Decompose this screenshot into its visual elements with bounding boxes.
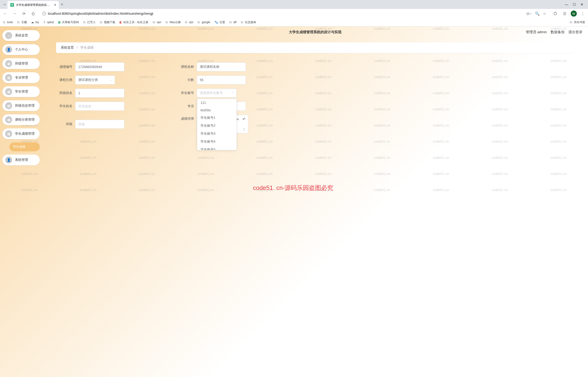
bookmark-item[interactable]: 🐾百度 xyxy=(215,20,225,24)
data-backup-link[interactable]: 数据备份 xyxy=(551,30,565,34)
sidebar-item-label: 学生成绩管理 xyxy=(15,132,34,136)
forward-button[interactable]: → xyxy=(11,10,18,17)
back-button[interactable]: ← xyxy=(2,10,8,17)
dropdown-option[interactable]: 学生账号1 xyxy=(197,114,237,122)
field-label: 专业 xyxy=(178,104,194,108)
app-header: 大学生成绩管理系统的设计与实现 管理员 admin 数据备份 退出登录 xyxy=(42,26,588,38)
field-grade-id: 成绩编号 xyxy=(56,62,164,71)
student-account-select[interactable]: 请选择学生账号 ⌃ 111 testStu 学生账号1 学生账号2 学生账号3 … xyxy=(197,89,237,97)
sidebar-item-class-info[interactable]: ▦班级信息管理 xyxy=(2,100,40,111)
favicon: V xyxy=(10,3,14,7)
class-rank-input[interactable] xyxy=(75,89,124,97)
sidebar-item-profile[interactable]: 👤个人中心 xyxy=(2,44,40,55)
grid-icon: ▦ xyxy=(5,116,12,123)
grade-id-input[interactable] xyxy=(75,62,124,71)
folder-icon: 🗀 xyxy=(229,21,232,24)
student-name-input[interactable] xyxy=(75,102,124,111)
tab-bar: V 大学生成绩管理系统的设计与实 × + — ☐ ✕ xyxy=(0,0,588,9)
field-student-account: 学生账号 请选择学生账号 ⌃ 111 testStu 学生账号1 学生账号2 学… xyxy=(178,89,285,97)
password-icon[interactable]: ⊙┄ xyxy=(526,12,532,16)
sidebar-item-system[interactable]: 👤系统管理 xyxy=(2,154,40,165)
bookmark-item[interactable]: ◧站长工具 - 站长之家 xyxy=(119,20,148,24)
bookmark-item[interactable]: 🗀vpn xyxy=(153,21,161,24)
dropdown-option[interactable]: 学生账号5 xyxy=(197,146,237,150)
zoom-icon[interactable]: 🔍 xyxy=(535,12,540,16)
field-label: 班级排名 xyxy=(56,91,72,95)
bookmark-item[interactable]: 🗀社交媒体 xyxy=(241,20,256,24)
tab-title: 大学生成绩管理系统的设计与实 xyxy=(16,3,52,7)
main-area: 大学生成绩管理系统的设计与实现 管理员 admin 数据备份 退出登录 系统首页… xyxy=(42,26,588,377)
admin-label[interactable]: 管理员 admin xyxy=(526,30,547,34)
reload-button[interactable]: ⟳ xyxy=(21,10,27,17)
field-label: 学生账号 xyxy=(178,91,194,95)
folder-icon: 🗀 xyxy=(570,21,573,24)
sidebar-item-home[interactable]: ⌂系统首页 xyxy=(2,30,40,41)
score-input[interactable] xyxy=(197,76,246,84)
chevron-down-icon: ⌄ xyxy=(110,78,112,82)
field-label: 班级 xyxy=(56,122,72,126)
maximize-icon[interactable]: ☐ xyxy=(573,3,576,6)
tab-close-icon[interactable]: × xyxy=(54,3,56,7)
field-label: 课程名称 xyxy=(178,65,194,69)
field-label: 学生姓名 xyxy=(56,104,72,108)
bookmark-item[interactable]: 🗀Max云梯 xyxy=(165,20,181,24)
superscript-button[interactable]: x² xyxy=(242,117,246,121)
menu-icon[interactable]: ⋮ xyxy=(580,10,586,17)
sidebar-item-grade-mgmt[interactable]: ▦学生成绩管理 xyxy=(2,128,40,139)
folder-icon: 🗀 xyxy=(100,21,102,24)
all-bookmarks[interactable]: 🗀所有书签 xyxy=(570,20,585,24)
sidebar-item-major-mgmt[interactable]: ▦专业管理 xyxy=(2,72,40,83)
grid-icon: ▦ xyxy=(5,102,12,109)
field-label: 课程分类 xyxy=(56,78,72,82)
bookmark-item[interactable]: 🗀vps xyxy=(185,21,193,24)
new-tab-button[interactable]: + xyxy=(61,2,63,7)
folder-icon: 🗀 xyxy=(83,21,86,24)
sheet-icon: ▦ xyxy=(58,21,60,24)
bookmark-item[interactable]: 🗀google xyxy=(197,21,210,24)
dropdown-option[interactable]: testStu xyxy=(197,106,237,114)
dropdown-option[interactable]: 学生账号2 xyxy=(197,122,237,130)
site-info-icon[interactable]: i xyxy=(42,12,46,15)
folder-icon: 🗀 xyxy=(3,21,6,24)
home-button[interactable] xyxy=(30,10,36,17)
breadcrumb-separator: / xyxy=(77,46,78,49)
reading-list-icon[interactable]: ☰ xyxy=(561,10,568,17)
bookmark-item[interactable]: ⇧uplod xyxy=(43,21,54,24)
more-icon[interactable]: ⋮ xyxy=(242,128,246,131)
sidebar-item-class-mgmt[interactable]: ▦班级管理 xyxy=(2,58,40,69)
tabs-dropdown[interactable] xyxy=(2,2,8,7)
sidebar-item-label: 班级信息管理 xyxy=(15,104,34,108)
dropdown-option[interactable]: 学生账号4 xyxy=(197,138,237,146)
dropdown-option[interactable]: 学生账号3 xyxy=(197,130,237,138)
close-window-icon[interactable]: ✕ xyxy=(580,3,583,6)
field-student-name: 学生姓名 xyxy=(56,102,164,111)
bookmark-item[interactable]: 🗀tools xyxy=(3,21,13,24)
minimize-icon[interactable]: — xyxy=(565,3,568,6)
content: 系统首页 / 学生成绩 成绩编号 课程名称 课程分类 测试课程分类 ⌄ xyxy=(42,38,588,138)
logout-link[interactable]: 退出登录 xyxy=(568,30,582,34)
window-controls: — ☐ ✕ xyxy=(565,3,586,6)
course-name-input[interactable] xyxy=(197,62,246,71)
bookmark-item[interactable]: 🗀宝藏 xyxy=(17,20,27,24)
bookmark-item[interactable]: ▦共享账号密码 xyxy=(58,20,79,24)
sidebar-subitem-grades[interactable]: 学生成绩 xyxy=(9,142,40,151)
bookmark-item[interactable]: ☁txy xyxy=(31,21,39,24)
dropdown-option[interactable]: 111 xyxy=(197,99,237,106)
sidebar-item-course-cat[interactable]: ▦课程分类管理 xyxy=(2,114,40,125)
class-input[interactable] xyxy=(75,120,124,129)
sidebar-item-label: 班级管理 xyxy=(15,61,28,66)
sidebar-item-label: 个人中心 xyxy=(15,47,28,52)
bookmark-item[interactable]: 🗀已导入 xyxy=(83,20,96,24)
bookmark-item[interactable]: 🗀aff xyxy=(229,21,237,24)
sidebar-item-student-mgmt[interactable]: ▦学生管理 xyxy=(2,86,40,97)
course-cat-select[interactable]: 测试课程分类 ⌄ xyxy=(75,76,115,84)
extensions-icon[interactable] xyxy=(552,10,559,17)
form-area: 成绩编号 课程名称 课程分类 测试课程分类 ⌄ 分数 xyxy=(56,62,285,133)
breadcrumb-home[interactable]: 系统首页 xyxy=(61,46,74,49)
profile-avatar[interactable]: W xyxy=(571,11,577,17)
folder-icon: 🗀 xyxy=(153,21,155,24)
browser-tab[interactable]: V 大学生成绩管理系统的设计与实 × xyxy=(8,1,59,9)
address-bar[interactable]: i localhost:8080/springboot0q8e9/admin/d… xyxy=(39,10,549,17)
bookmark-item[interactable]: 🗀视频下载 xyxy=(100,20,115,24)
bookmark-star-icon[interactable]: ☆ xyxy=(543,12,546,16)
